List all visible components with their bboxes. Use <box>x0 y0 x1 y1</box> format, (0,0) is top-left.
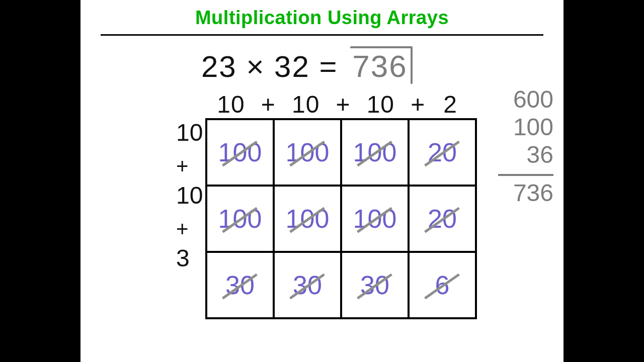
col-header: 10 <box>358 90 403 118</box>
sum-total: 736 <box>478 179 553 207</box>
row-headers: 10 + 10 + 3 <box>176 121 203 282</box>
sum-addend: 36 <box>478 141 553 168</box>
col-header: 10 <box>283 90 329 118</box>
array-grid: 100 100 100 20 100 100 100 20 30 30 30 6 <box>205 118 477 319</box>
plus-icon: + <box>336 90 351 118</box>
whiteboard: Multiplication Using Arrays 23 × 32 = 73… <box>80 0 564 362</box>
page-title: Multiplication Using Arrays <box>80 7 564 29</box>
grid-cell: 20 <box>409 119 476 186</box>
grid-cell: 100 <box>341 119 409 186</box>
grid-cell: 30 <box>206 252 274 318</box>
equation-equals: = <box>319 50 338 83</box>
equation: 23 × 32 = 736 <box>201 46 413 84</box>
grid-cell: 6 <box>409 252 476 318</box>
table-row: 100 100 100 20 <box>206 119 476 186</box>
sum-rule <box>498 174 553 176</box>
grid-cell: 100 <box>274 186 341 252</box>
grid-cell: 100 <box>206 119 274 186</box>
grid-cell: 30 <box>341 252 409 318</box>
column-headers: 10 + 10 + 10 + 2 <box>208 90 468 118</box>
title-underline <box>101 34 543 36</box>
sum-addend: 600 <box>478 85 553 113</box>
grid-cell: 20 <box>409 186 476 252</box>
equation-lhs: 23 × 32 <box>201 50 310 83</box>
table-row: 30 30 30 6 <box>206 252 476 318</box>
grid-cell: 30 <box>274 252 341 318</box>
sum-addend: 100 <box>478 113 553 141</box>
plus-icon: + <box>411 90 426 118</box>
col-header: 10 <box>208 90 254 118</box>
grid-cell: 100 <box>206 186 274 252</box>
grid-cell: 100 <box>341 186 409 252</box>
table-row: 100 100 100 20 <box>206 186 476 252</box>
plus-icon: + <box>176 219 203 246</box>
plus-icon: + <box>176 156 203 184</box>
equation-result: 736 <box>350 46 412 84</box>
grid-cell: 100 <box>274 119 341 186</box>
row-header: 3 <box>176 246 203 282</box>
plus-icon: + <box>261 90 276 118</box>
row-header: 10 <box>176 121 203 156</box>
col-header: 2 <box>433 90 468 118</box>
sum-column: 600 100 36 736 <box>478 85 553 207</box>
row-header: 10 <box>176 184 203 219</box>
